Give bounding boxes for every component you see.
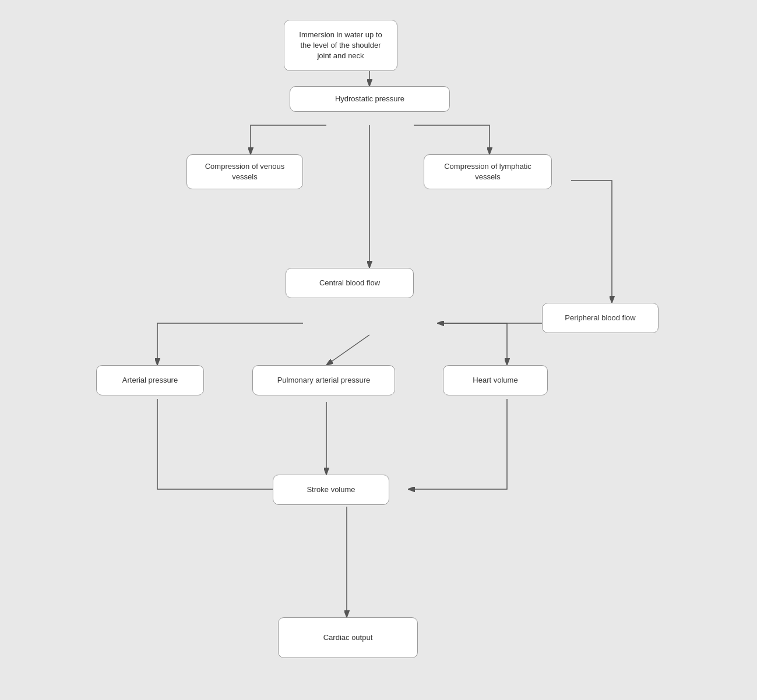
node-pulmonary-arterial: Pulmonary arterial pressure [252,365,395,395]
svg-line-3 [326,335,369,365]
node-immersion: Immersion in water up tothe level of the… [284,20,397,71]
node-lymphatic: Compression of lymphaticvessels [424,154,552,189]
node-cardiac-output: Cardiac output [278,617,418,658]
node-arterial-pressure: Arterial pressure [96,365,204,395]
node-venous: Compression of venousvessels [186,154,303,189]
node-stroke-volume: Stroke volume [273,475,389,505]
node-heart-volume: Heart volume [443,365,548,395]
node-hydrostatic: Hydrostatic pressure [290,86,450,112]
flowchart-diagram: Immersion in water up tothe level of the… [0,0,757,700]
node-peripheral-blood-flow: Peripheral blood flow [542,303,659,333]
node-central-blood-flow: Central blood flow [286,268,414,298]
